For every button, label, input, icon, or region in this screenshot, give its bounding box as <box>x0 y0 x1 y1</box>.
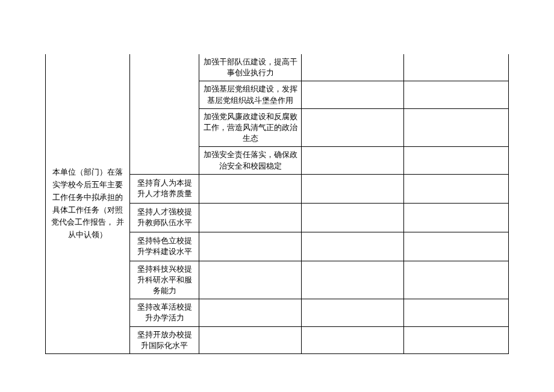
table-row: 本单位（部门）在落实学校今后五年主要工作任务中拟承担的具体工作任务（对照党代会工… <box>46 54 509 81</box>
cell-bot-r5c3 <box>199 299 302 326</box>
cell-bot-r3c3 <box>199 232 302 261</box>
left-label-cell: 本单位（部门）在落实学校今后五年主要工作任务中拟承担的具体工作任务（对照党代会工… <box>46 54 130 354</box>
cell-top-r2c3: 加强基层党组织建设，发挥基层党组织战斗堡垒作用 <box>199 81 302 108</box>
cell-bot-r4c2: 坚持科技兴校提升科研水平和服务能力 <box>130 261 199 299</box>
cell-bot-r3c4 <box>302 232 404 261</box>
cell-top-r4c3: 加强安全责任落实，确保政治安全和校园稳定 <box>199 147 302 174</box>
cell-top-r3c4 <box>302 108 404 147</box>
cell-bot-r1c3 <box>199 174 302 203</box>
cell-top-r1c4 <box>302 54 404 81</box>
cell-top-r1c3: 加强干部队伍建设，提高干事创业执行力 <box>199 54 302 81</box>
cell-bot-r4c3 <box>199 261 302 299</box>
cell-top-r3c5 <box>404 108 509 147</box>
cell-top-r4c5 <box>404 147 509 174</box>
top-group-col2 <box>130 54 199 174</box>
cell-bot-r4c4 <box>302 261 404 299</box>
cell-bot-r3c5 <box>404 232 509 261</box>
task-table: 本单位（部门）在落实学校今后五年主要工作任务中拟承担的具体工作任务（对照党代会工… <box>45 54 509 354</box>
cell-bot-r1c2: 坚持育人为本提升人才培养质量 <box>130 174 199 203</box>
cell-bot-r2c5 <box>404 203 509 232</box>
cell-bot-r6c3 <box>199 326 302 353</box>
cell-bot-r2c2: 坚持人才强校提升教师队伍水平 <box>130 203 199 232</box>
cell-bot-r2c4 <box>302 203 404 232</box>
cell-top-r1c5 <box>404 54 509 81</box>
cell-bot-r1c4 <box>302 174 404 203</box>
cell-bot-r4c5 <box>404 261 509 299</box>
cell-top-r2c4 <box>302 81 404 108</box>
cell-bot-r5c5 <box>404 299 509 326</box>
cell-bot-r6c5 <box>404 326 509 353</box>
cell-top-r3c3: 加强党风廉政建设和反腐败工作，营造风清气正的政治生态 <box>199 108 302 147</box>
cell-bot-r6c2: 坚持开放办校提升国际化水平 <box>130 326 199 353</box>
cell-bot-r5c4 <box>302 299 404 326</box>
cell-top-r2c5 <box>404 81 509 108</box>
cell-bot-r3c2: 坚持特色立校提升学科建设水平 <box>130 232 199 261</box>
cell-bot-r1c5 <box>404 174 509 203</box>
cell-top-r4c4 <box>302 147 404 174</box>
cell-bot-r5c2: 坚持改革活校提升办学活力 <box>130 299 199 326</box>
cell-bot-r2c3 <box>199 203 302 232</box>
cell-bot-r6c4 <box>302 326 404 353</box>
